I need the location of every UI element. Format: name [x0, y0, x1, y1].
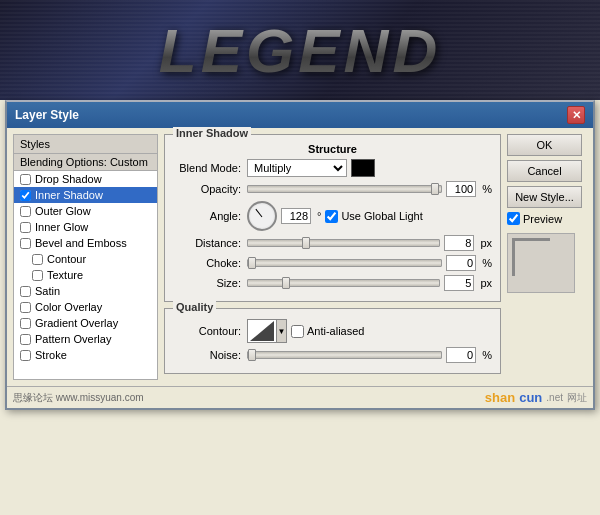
distance-input[interactable]	[444, 235, 474, 251]
banner-text: legeND	[159, 16, 441, 85]
titlebar: Layer Style ✕	[7, 102, 593, 128]
angle-input[interactable]	[281, 208, 311, 224]
contour-picker[interactable]: ▼	[247, 319, 287, 343]
brand-suffix: .net	[546, 392, 563, 403]
stroke-checkbox[interactable]	[20, 350, 31, 361]
inner-shadow-label: Inner Shadow	[35, 189, 103, 201]
inner-glow-label: Inner Glow	[35, 221, 88, 233]
preview-shape	[512, 238, 550, 276]
left-panel: Styles Blending Options: Custom Drop Sha…	[13, 134, 158, 380]
choke-row: Choke: %	[173, 255, 492, 271]
anti-aliased-text: Anti-aliased	[307, 325, 364, 337]
inner-shadow-section-title: Inner Shadow	[173, 127, 251, 139]
opacity-slider[interactable]	[247, 185, 442, 193]
buttons-panel: OK Cancel New Style... Preview	[507, 134, 587, 380]
stroke-item[interactable]: Stroke	[14, 347, 157, 363]
noise-unit: %	[482, 349, 492, 361]
distance-thumb[interactable]	[302, 237, 310, 249]
inner-shadow-checkbox[interactable]	[20, 190, 31, 201]
size-unit: px	[480, 277, 492, 289]
noise-slider[interactable]	[247, 351, 442, 359]
close-button[interactable]: ✕	[567, 106, 585, 124]
drop-shadow-item[interactable]: Drop Shadow	[14, 171, 157, 187]
gradient-overlay-checkbox[interactable]	[20, 318, 31, 329]
center-panel: Inner Shadow Structure Blend Mode: Multi…	[164, 134, 501, 380]
texture-checkbox[interactable]	[32, 270, 43, 281]
pattern-overlay-item[interactable]: Pattern Overlay	[14, 331, 157, 347]
blend-mode-select[interactable]: Multiply	[247, 159, 347, 177]
inner-glow-checkbox[interactable]	[20, 222, 31, 233]
opacity-input[interactable]	[446, 181, 476, 197]
choke-thumb[interactable]	[248, 257, 256, 269]
choke-slider[interactable]	[247, 259, 442, 267]
contour-item[interactable]: Contour	[14, 251, 157, 267]
noise-input[interactable]	[446, 347, 476, 363]
inner-shadow-item[interactable]: Inner Shadow	[14, 187, 157, 203]
dialog-body: Styles Blending Options: Custom Drop Sha…	[7, 128, 593, 386]
layer-style-dialog: Layer Style ✕ Styles Blending Options: C…	[5, 100, 595, 410]
stroke-label: Stroke	[35, 349, 67, 361]
inner-shadow-section: Inner Shadow Structure Blend Mode: Multi…	[164, 134, 501, 302]
brand-cun: cun	[519, 390, 542, 405]
outer-glow-checkbox[interactable]	[20, 206, 31, 217]
brand-shan: shan	[485, 390, 515, 405]
bevel-emboss-checkbox[interactable]	[20, 238, 31, 249]
opacity-label: Opacity:	[173, 183, 241, 195]
gradient-overlay-item[interactable]: Gradient Overlay	[14, 315, 157, 331]
angle-label: Angle:	[173, 210, 241, 222]
opacity-unit: %	[482, 183, 492, 195]
outer-glow-label: Outer Glow	[35, 205, 91, 217]
global-light-checkbox[interactable]	[325, 210, 338, 223]
contour-checkbox[interactable]	[32, 254, 43, 265]
global-light-label[interactable]: Use Global Light	[325, 210, 422, 223]
noise-row: Noise: %	[173, 347, 492, 363]
noise-thumb[interactable]	[248, 349, 256, 361]
satin-checkbox[interactable]	[20, 286, 31, 297]
anti-aliased-checkbox[interactable]	[291, 325, 304, 338]
angle-dial[interactable]	[247, 201, 277, 231]
new-style-button[interactable]: New Style...	[507, 186, 582, 208]
contour-label: Contour:	[173, 325, 241, 337]
banner-inner: legeND	[159, 15, 441, 86]
preview-checkbox[interactable]	[507, 212, 520, 225]
contour-svg	[250, 321, 274, 341]
contour-preview[interactable]	[247, 319, 277, 343]
drop-shadow-checkbox[interactable]	[20, 174, 31, 185]
blend-color-swatch[interactable]	[351, 159, 375, 177]
structure-title: Structure	[173, 143, 492, 155]
size-slider[interactable]	[247, 279, 440, 287]
inner-glow-item[interactable]: Inner Glow	[14, 219, 157, 235]
texture-item[interactable]: Texture	[14, 267, 157, 283]
angle-needle	[255, 209, 262, 217]
satin-item[interactable]: Satin	[14, 283, 157, 299]
contour-dropdown-arrow[interactable]: ▼	[277, 319, 287, 343]
distance-slider[interactable]	[247, 239, 440, 247]
cancel-button[interactable]: Cancel	[507, 160, 582, 182]
footer-left-text: 思缘论坛 www.missyuan.com	[13, 391, 144, 405]
footer-right: shancun.net 网址	[485, 390, 587, 405]
bevel-emboss-label: Bevel and Emboss	[35, 237, 127, 249]
dialog-footer: 思缘论坛 www.missyuan.com shancun.net 网址	[7, 386, 593, 408]
opacity-thumb[interactable]	[431, 183, 439, 195]
color-overlay-item[interactable]: Color Overlay	[14, 299, 157, 315]
blend-mode-row: Blend Mode: Multiply	[173, 159, 492, 177]
contour-row: Contour: ▼ Anti-aliased	[173, 319, 492, 343]
choke-unit: %	[482, 257, 492, 269]
size-input[interactable]	[444, 275, 474, 291]
pattern-overlay-checkbox[interactable]	[20, 334, 31, 345]
size-thumb[interactable]	[282, 277, 290, 289]
global-light-text: Use Global Light	[341, 210, 422, 222]
color-overlay-checkbox[interactable]	[20, 302, 31, 313]
banner: legeND	[0, 0, 600, 100]
blending-options-item[interactable]: Blending Options: Custom	[14, 154, 157, 171]
drop-shadow-label: Drop Shadow	[35, 173, 102, 185]
anti-aliased-label[interactable]: Anti-aliased	[291, 325, 364, 338]
outer-glow-item[interactable]: Outer Glow	[14, 203, 157, 219]
choke-input[interactable]	[446, 255, 476, 271]
angle-container: ° Use Global Light	[247, 201, 423, 231]
ok-button[interactable]: OK	[507, 134, 582, 156]
preview-label: Preview	[507, 212, 587, 225]
opacity-slider-container: %	[247, 181, 492, 197]
contour-label: Contour	[47, 253, 86, 265]
bevel-emboss-item[interactable]: Bevel and Emboss	[14, 235, 157, 251]
